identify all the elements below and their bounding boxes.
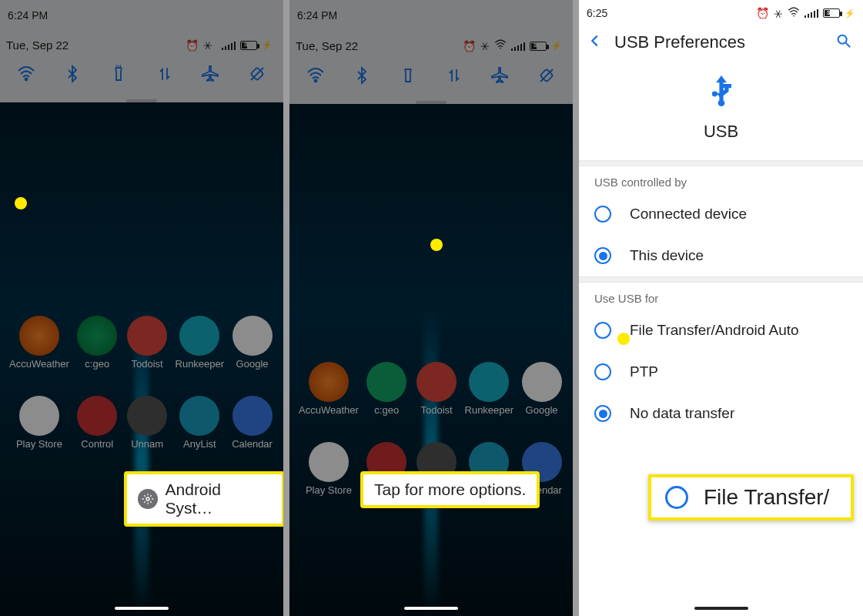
callout-2: Tap for more options. xyxy=(362,473,538,507)
bluetooth-icon: ⚹ xyxy=(774,7,783,20)
notification-shade: 6:24 PM Tue, Sep 22 ⏰⚹ 31 ⚡ xyxy=(289,0,573,104)
section-use-usb-for: Use USB for xyxy=(579,283,863,310)
app[interactable]: AccuWeather xyxy=(9,316,69,382)
clock: 6:25 xyxy=(587,7,607,19)
callout-3: File Transfer/ xyxy=(648,474,854,521)
callout-text: Tap for more options. xyxy=(374,480,526,499)
battery-icon: 31 xyxy=(240,41,257,50)
quick-settings xyxy=(0,52,283,99)
svg-point-6 xyxy=(146,497,149,500)
usb-hero: USB xyxy=(579,66,863,160)
option-ptp[interactable]: PTP xyxy=(579,351,863,393)
app[interactable]: Calendar xyxy=(230,396,274,462)
wifi-icon xyxy=(494,38,507,53)
clock: 6:24 PM xyxy=(297,9,337,22)
gesture-pill[interactable] xyxy=(404,607,458,610)
svg-point-7 xyxy=(500,48,501,49)
app[interactable]: Runkeeper xyxy=(176,316,225,382)
svg-point-1 xyxy=(25,79,28,81)
gesture-pill[interactable] xyxy=(694,607,748,610)
flashlight-toggle[interactable] xyxy=(107,62,130,85)
flashlight-toggle[interactable] xyxy=(396,64,420,87)
section-controlled-by: USB controlled by xyxy=(579,166,863,193)
option-connected-device[interactable]: Connected device xyxy=(579,193,863,235)
svg-point-14 xyxy=(838,35,847,44)
app[interactable]: Runkeeper xyxy=(465,362,514,428)
charging-icon: ⚡ xyxy=(845,8,855,18)
date: Tue, Sep 22 xyxy=(296,39,358,52)
battery-icon: 31 xyxy=(530,42,547,51)
airplane-toggle[interactable] xyxy=(199,62,222,85)
rotate-toggle[interactable] xyxy=(246,62,269,85)
alarm-icon: ⏰ xyxy=(756,7,769,19)
shade-handle[interactable] xyxy=(126,99,157,102)
signal-icon xyxy=(804,8,819,18)
phone-2: AccuWeather c:geo Todoist Runkeeper Goog… xyxy=(289,0,573,616)
svg-line-15 xyxy=(846,43,851,48)
option-label: File Transfer/Android Auto xyxy=(630,322,799,339)
callout-text: Android Syst… xyxy=(166,480,271,517)
app[interactable]: Todoist xyxy=(415,362,459,428)
usb-label: USB xyxy=(579,117,863,142)
option-label: PTP xyxy=(630,363,658,380)
back-button[interactable] xyxy=(587,32,604,52)
settings-header: USB Preferences xyxy=(579,23,863,66)
app[interactable]: AccuWeather xyxy=(299,362,359,428)
radio-icon xyxy=(594,206,611,223)
shade-handle[interactable] xyxy=(416,101,447,104)
option-file-transfer[interactable]: File Transfer/Android Auto xyxy=(579,310,863,351)
bluetooth-icon: ⚹ xyxy=(203,38,212,52)
bluetooth-toggle[interactable] xyxy=(350,64,373,87)
callout-1: Android Syst… xyxy=(125,473,283,525)
option-label: No data transfer xyxy=(630,405,734,422)
radio-icon-selected xyxy=(594,405,611,422)
app[interactable]: c:geo xyxy=(75,316,119,382)
data-toggle[interactable] xyxy=(443,64,466,87)
option-label: This device xyxy=(630,247,704,264)
airplane-toggle[interactable] xyxy=(489,64,512,87)
svg-line-10 xyxy=(540,69,553,82)
app[interactable]: Play Store xyxy=(9,396,69,462)
charging-icon: ⚡ xyxy=(262,40,273,50)
signal-icon xyxy=(511,42,526,51)
battery-icon: 31 xyxy=(823,8,840,18)
annotation-dot xyxy=(430,239,443,251)
rotate-toggle[interactable] xyxy=(535,64,558,87)
wifi-toggle[interactable] xyxy=(304,64,327,87)
app[interactable]: AnyList xyxy=(176,396,225,462)
quick-settings xyxy=(289,53,573,101)
wifi-toggle[interactable] xyxy=(15,62,38,85)
app[interactable]: Todoist xyxy=(125,316,169,382)
status-icons: ⏰⚹ 31 ⚡ xyxy=(463,38,563,53)
alarm-icon: ⏰ xyxy=(463,40,476,52)
annotation-dot xyxy=(15,197,27,209)
app-grid: AccuWeather c:geo Todoist Runkeeper Goog… xyxy=(0,316,283,462)
data-toggle[interactable] xyxy=(153,62,176,85)
status-bar: 6:24 PM xyxy=(0,0,283,26)
page-title: USB Preferences xyxy=(614,32,825,52)
usb-icon xyxy=(705,74,738,114)
app[interactable]: Unnam xyxy=(125,396,169,462)
app[interactable]: Google xyxy=(230,316,274,382)
svg-point-13 xyxy=(793,15,794,16)
radio-icon xyxy=(665,486,688,509)
option-no-data[interactable]: No data transfer xyxy=(579,393,863,434)
radio-icon-selected xyxy=(594,247,611,264)
notification-shade: 6:24 PM Tue, Sep 22 ⏰ ⚹ 31 ⚡ xyxy=(0,0,283,102)
option-this-device[interactable]: This device xyxy=(579,235,863,276)
radio-icon xyxy=(594,363,611,380)
bluetooth-toggle[interactable] xyxy=(61,62,84,85)
search-button[interactable] xyxy=(835,32,852,52)
app[interactable]: Control xyxy=(75,396,119,462)
charging-icon: ⚡ xyxy=(551,41,562,51)
clock: 6:24 PM xyxy=(8,9,48,22)
svg-line-3 xyxy=(251,68,263,80)
option-label: Connected device xyxy=(630,206,747,223)
annotation-dot xyxy=(617,333,630,345)
alarm-icon: ⏰ xyxy=(186,39,199,52)
app[interactable]: c:geo xyxy=(365,362,409,428)
gesture-pill[interactable] xyxy=(115,607,169,610)
app[interactable]: Play Store xyxy=(299,442,359,508)
status-icons: ⏰ ⚹ 31 ⚡ xyxy=(186,38,273,52)
app[interactable]: Google xyxy=(520,362,564,428)
